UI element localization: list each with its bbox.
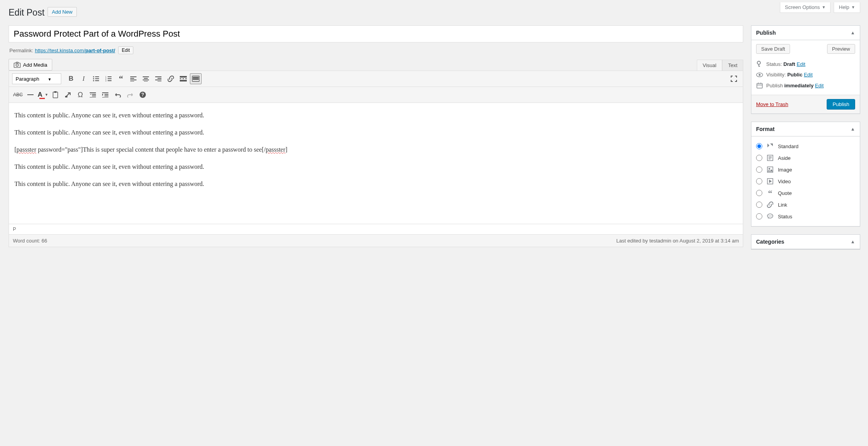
align-right-button[interactable]	[152, 73, 164, 84]
blockquote-button[interactable]: “	[115, 73, 127, 84]
text-color-button[interactable]: A▼	[37, 89, 49, 100]
svg-point-54	[757, 61, 760, 64]
edit-status-link[interactable]: Edit	[797, 61, 805, 67]
svg-rect-50	[105, 96, 108, 96]
keyboard-help-button[interactable]: ?	[137, 89, 149, 100]
outdent-button[interactable]	[87, 89, 99, 100]
fullscreen-button[interactable]	[728, 73, 740, 84]
move-to-trash-link[interactable]: Move to Trash	[756, 101, 788, 107]
link-button[interactable]	[165, 73, 177, 84]
numbered-list-button[interactable]: 123	[103, 73, 114, 84]
format-option-standard[interactable]: Standard	[756, 140, 855, 152]
align-left-button[interactable]	[128, 73, 139, 84]
format-option-quote[interactable]: “Quote	[756, 187, 855, 199]
svg-rect-33	[195, 77, 196, 78]
format-label: Video	[778, 179, 791, 184]
special-character-button[interactable]: Ω	[74, 89, 86, 100]
undo-button[interactable]	[112, 89, 124, 100]
format-label: Quote	[778, 190, 792, 196]
edit-publish-date-link[interactable]: Edit	[815, 83, 824, 88]
svg-rect-16	[130, 80, 136, 80]
editor-content-area[interactable]: This content is public. Anyone can see i…	[9, 103, 743, 224]
svg-rect-35	[198, 77, 198, 78]
chevron-down-icon: ▼	[48, 77, 51, 81]
add-new-button[interactable]: Add New	[48, 7, 77, 17]
svg-point-71	[769, 216, 769, 216]
permalink-label: Permalink:	[9, 48, 33, 53]
italic-button[interactable]: I	[78, 73, 89, 84]
format-box-header[interactable]: Format ▲	[751, 122, 860, 136]
edit-visibility-link[interactable]: Edit	[804, 72, 813, 78]
format-option-aside[interactable]: Aside	[756, 152, 855, 164]
edit-slug-button[interactable]: Edit	[118, 46, 133, 54]
format-option-video[interactable]: Video	[756, 175, 855, 187]
format-radio[interactable]	[756, 155, 762, 161]
svg-rect-17	[130, 81, 134, 81]
bold-button[interactable]: B	[65, 73, 77, 84]
help-tab[interactable]: Help ▼	[834, 2, 860, 13]
text-tab[interactable]: Text	[722, 60, 743, 71]
svg-rect-59	[757, 83, 762, 88]
format-label: Standard	[778, 143, 799, 149]
indent-button[interactable]	[99, 89, 111, 100]
svg-rect-9	[108, 76, 112, 77]
last-edited: Last edited by testadmin on August 2, 20…	[616, 238, 739, 244]
chevron-down-icon: ▼	[822, 5, 825, 9]
toolbar-toggle-button[interactable]	[190, 73, 202, 84]
format-radio[interactable]	[756, 166, 762, 173]
add-media-button[interactable]: Add Media	[9, 59, 52, 71]
clear-formatting-button[interactable]	[62, 89, 74, 100]
post-title-input[interactable]	[9, 25, 743, 42]
format-radio[interactable]	[756, 202, 762, 208]
preview-button[interactable]: Preview	[827, 44, 855, 54]
read-more-button[interactable]	[177, 73, 189, 84]
format-option-image[interactable]: Image	[756, 164, 855, 175]
svg-point-2	[93, 76, 94, 78]
svg-rect-42	[54, 91, 57, 93]
categories-title: Categories	[756, 239, 784, 245]
calendar-icon	[756, 82, 763, 88]
svg-point-58	[759, 74, 761, 76]
paragraph-format-select[interactable]: Paragraph ▼	[12, 73, 61, 84]
format-radio[interactable]	[756, 190, 762, 196]
categories-box-header[interactable]: Categories ▲	[751, 235, 860, 249]
screen-options-tab[interactable]: Screen Options ▼	[780, 2, 831, 13]
svg-rect-49	[105, 94, 108, 95]
permalink-row: Permalink: https://test.kinsta.com/part-…	[9, 46, 743, 54]
svg-rect-11	[108, 78, 112, 79]
svg-rect-18	[143, 76, 149, 77]
format-box: Format ▲ StandardAsideImageVideo“QuoteLi…	[751, 122, 860, 227]
strikethrough-button[interactable]: ABC	[12, 89, 24, 100]
horizontal-rule-button[interactable]	[25, 89, 36, 100]
svg-rect-24	[155, 80, 161, 80]
svg-rect-34	[196, 77, 197, 78]
editor-paragraph: This content is public. Anyone can see i…	[14, 111, 737, 120]
categories-box: Categories ▲	[751, 234, 860, 250]
format-radio[interactable]	[756, 143, 762, 149]
paste-text-button[interactable]	[50, 89, 61, 100]
link-icon	[766, 201, 774, 209]
svg-rect-25	[158, 81, 161, 81]
status-icon	[766, 212, 774, 220]
permalink-link[interactable]: https://test.kinsta.com/part-of-post/	[35, 48, 115, 53]
publish-button[interactable]: Publish	[827, 99, 855, 110]
visual-tab[interactable]: Visual	[697, 60, 722, 71]
redo-button[interactable]	[124, 89, 136, 100]
format-option-link[interactable]: Link	[756, 199, 855, 211]
svg-rect-27	[180, 78, 181, 79]
bullet-list-button[interactable]	[90, 73, 102, 84]
format-option-status[interactable]: Status	[756, 211, 855, 222]
image-icon	[766, 166, 774, 173]
chevron-up-icon: ▲	[850, 239, 855, 244]
format-radio[interactable]	[756, 178, 762, 184]
visibility-row: Visibility: Public Edit	[756, 69, 855, 80]
status-row: Status: Draft Edit	[756, 58, 855, 69]
align-center-button[interactable]	[140, 73, 152, 84]
format-radio[interactable]	[756, 213, 762, 219]
add-media-label: Add Media	[23, 62, 47, 68]
publish-box-header[interactable]: Publish ▲	[751, 26, 860, 40]
word-count: Word count: 66	[13, 238, 47, 244]
save-draft-button[interactable]: Save Draft	[756, 44, 790, 54]
svg-rect-37	[195, 79, 196, 80]
svg-rect-20	[143, 80, 149, 80]
